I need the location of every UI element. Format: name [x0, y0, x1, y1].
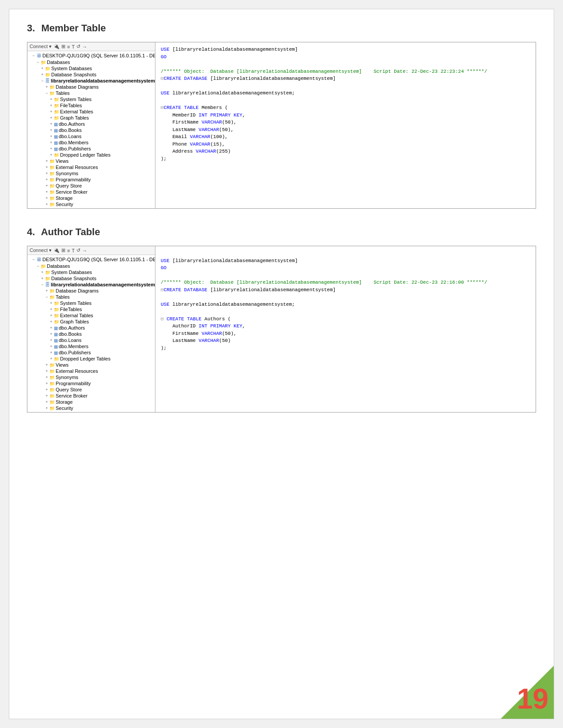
server-icon-2: 🖥	[36, 256, 42, 263]
graphtables-label-1: Graph Tables	[60, 115, 89, 120]
code-pane-2: USE [libraryrelationaldatabasemanagement…	[155, 246, 536, 412]
folder-icon-extres-2: 📁	[49, 369, 55, 374]
section-3-label: Member Table	[41, 23, 106, 34]
tree-dbo-authors-2[interactable]: + ▦ dbo.Authors	[27, 325, 155, 331]
tree-security-2[interactable]: + 📁 Security	[27, 405, 155, 411]
systables-label-2: System Tables	[60, 300, 91, 306]
views-label-2: Views	[56, 362, 68, 368]
server-node-1[interactable]: − 🖥 DESKTOP-QJU1G9Q (SQL Server 16.0.110…	[27, 52, 155, 59]
tree-db-snapshots-1[interactable]: + 📁 Database Snapshots	[27, 71, 155, 78]
code-line-2-2: USE [libraryrelationaldatabasemanagement…	[161, 257, 530, 265]
table-icon-members-2: ▦	[54, 344, 58, 349]
tree-db-diagrams-2[interactable]: + 📁 Database Diagrams	[27, 288, 155, 294]
tree-programmability-1[interactable]: + 📁 Programmability	[27, 176, 155, 183]
folder-icon-sb-2: 📁	[49, 394, 55, 398]
server-expander-2[interactable]: −	[31, 257, 36, 262]
tree-service-broker-2[interactable]: + 📁 Service Broker	[27, 393, 155, 399]
code-line-2-5: /****** Object: Database [libraryrelatio…	[161, 279, 530, 286]
server-node-2[interactable]: − 🖥 DESKTOP-QJU1G9Q (SQL Server 16.0.110…	[27, 256, 155, 263]
tree-graph-tables-2[interactable]: + 📁 Graph Tables	[27, 319, 155, 325]
tables-label-1: Tables	[56, 90, 70, 96]
tree-synonyms-1[interactable]: + 📁 Synonyms	[27, 170, 155, 176]
tree-db-diagrams-1[interactable]: + 📁 Database Diagrams	[27, 84, 155, 90]
tree-main-db-1[interactable]: − 🗄 libraryrelationaldatabasemanagements…	[27, 78, 155, 84]
databases-label-2: Databases	[47, 263, 70, 269]
folder-icon-databases-2: 📁	[41, 264, 46, 269]
folder-icon-snap-1: 📁	[45, 72, 50, 77]
code-line-1-7: USE libraryrelationaldatabasemanagements…	[161, 90, 530, 97]
section-4-title: 4. Author Table	[27, 226, 536, 238]
tree-ext-tables-2[interactable]: + 📁 External Tables	[27, 312, 155, 319]
tree-dbo-loans-1[interactable]: + ▦ dbo.Loans	[27, 133, 155, 139]
table-icon-books-1: ▦	[54, 128, 58, 133]
tree-ext-resources-2[interactable]: + 📁 External Resources	[27, 368, 155, 374]
synonyms-label-1: Synonyms	[56, 171, 78, 176]
tree-filetables-1[interactable]: + 📁 FileTables	[27, 102, 155, 109]
code-line-1-12: LastName VARCHAR(50),	[161, 126, 530, 134]
db-icon-1: 🗄	[45, 78, 50, 83]
tree-dbo-authors-1[interactable]: + ▦ dbo.Authors	[27, 121, 155, 127]
code-line-2-10: ⊟ CREATE TABLE Authors (	[161, 315, 530, 323]
tree-filetables-2[interactable]: + 📁 FileTables	[27, 306, 155, 312]
dbo-members-label-2: dbo.Members	[59, 344, 88, 349]
tree-security-1[interactable]: + 📁 Security	[27, 201, 155, 207]
code-line-1-13: Email VARCHAR(100),	[161, 133, 530, 141]
tree-dbo-loans-2[interactable]: + ▦ dbo.Loans	[27, 337, 155, 343]
qs-label-1: Query Store	[56, 183, 82, 188]
tree-programmability-2[interactable]: + 📁 Programmability	[27, 380, 155, 387]
tree-dbo-books-1[interactable]: + ▦ dbo.Books	[27, 127, 155, 133]
tree-pane-1: Connect ▾ 🔌 ⊞ ≡ T ↺ → − 🖥 DESKTOP-QJU1G9…	[27, 42, 155, 208]
tree-tables-2[interactable]: − 📁 Tables	[27, 294, 155, 300]
tree-content-1: − 🖥 DESKTOP-QJU1G9Q (SQL Server 16.0.110…	[27, 51, 155, 208]
tree-ext-tables-1[interactable]: + 📁 External Tables	[27, 109, 155, 115]
tree-dropped-ledger-1[interactable]: + 📁 Dropped Ledger Tables	[27, 152, 155, 158]
tree-graph-tables-1[interactable]: + 📁 Graph Tables	[27, 115, 155, 121]
tree-tables-1[interactable]: − 📁 Tables	[27, 90, 155, 96]
tree-dbo-publishers-2[interactable]: + ▦ dbo.Publishers	[27, 349, 155, 356]
exttables-label-1: External Tables	[60, 109, 93, 114]
tree-databases-1[interactable]: − 📁 Databases	[27, 59, 155, 65]
code-line-2-9	[161, 308, 530, 315]
sysdb-label-2: System Databases	[51, 270, 92, 275]
code-line-2-11: AuthorID INT PRIMARY KEY,	[161, 323, 530, 330]
code-line-2-6: ⊟CREATE DATABASE [libraryrelationaldatab…	[161, 286, 530, 294]
folder-icon-filetab-2: 📁	[54, 307, 59, 312]
tree-query-store-1[interactable]: + 📁 Query Store	[27, 183, 155, 189]
folder-icon-sysdb-1: 📁	[45, 66, 50, 71]
diagrams-label-1: Database Diagrams	[56, 84, 98, 90]
dropped-label-2: Dropped Ledger Tables	[60, 356, 110, 361]
folder-icon-synonyms-1: 📁	[49, 171, 55, 176]
tree-sys-tables-1[interactable]: + 📁 System Tables	[27, 96, 155, 102]
tree-db-snapshots-2[interactable]: + 📁 Database Snapshots	[27, 275, 155, 281]
connect-btn-2[interactable]: Connect ▾	[30, 248, 52, 253]
folder-icon-systab-2: 📁	[54, 301, 59, 306]
tree-views-1[interactable]: + 📁 Views	[27, 158, 155, 164]
folder-icon-exttab-1: 📁	[54, 109, 59, 114]
folder-icon-graphtab-1: 📁	[54, 116, 59, 120]
server-expander-1[interactable]: −	[31, 53, 36, 58]
folder-icon-diagrams-1: 📁	[49, 85, 55, 90]
tree-main-db-2[interactable]: − 🗄 libraryrelationaldatabasemanagements…	[27, 281, 155, 288]
tree-dbo-members-2[interactable]: + ▦ dbo.Members	[27, 343, 155, 349]
tree-synonyms-2[interactable]: + 📁 Synonyms	[27, 374, 155, 380]
folder-icon-filetab-1: 📁	[54, 103, 59, 108]
tree-dbo-members-1[interactable]: + ▦ dbo.Members	[27, 139, 155, 146]
tree-databases-2[interactable]: − 📁 Databases	[27, 263, 155, 269]
tree-storage-2[interactable]: + 📁 Storage	[27, 399, 155, 405]
tree-service-broker-1[interactable]: + 📁 Service Broker	[27, 189, 155, 195]
extres-label-2: External Resources	[56, 368, 98, 374]
tree-dropped-ledger-2[interactable]: + 📁 Dropped Ledger Tables	[27, 356, 155, 362]
tree-sys-tables-2[interactable]: + 📁 System Tables	[27, 300, 155, 306]
tree-query-store-2[interactable]: + 📁 Query Store	[27, 387, 155, 393]
tree-system-dbs-2[interactable]: + 📁 System Databases	[27, 269, 155, 275]
tree-dbo-publishers-1[interactable]: + ▦ dbo.Publishers	[27, 146, 155, 152]
tree-views-2[interactable]: + 📁 Views	[27, 362, 155, 368]
connect-btn[interactable]: Connect ▾	[30, 44, 52, 49]
tree-system-dbs-1[interactable]: + 📁 System Databases	[27, 65, 155, 71]
page: 3. Member Table Connect ▾ 🔌 ⊞ ≡ T ↺ → − …	[9, 9, 554, 719]
tree-storage-1[interactable]: + 📁 Storage	[27, 195, 155, 201]
tree-dbo-books-2[interactable]: + ▦ dbo.Books	[27, 331, 155, 337]
code-line-2-12: FirstName VARCHAR(50),	[161, 330, 530, 338]
tree-ext-resources-1[interactable]: + 📁 External Resources	[27, 164, 155, 170]
security-label-2: Security	[56, 405, 73, 411]
